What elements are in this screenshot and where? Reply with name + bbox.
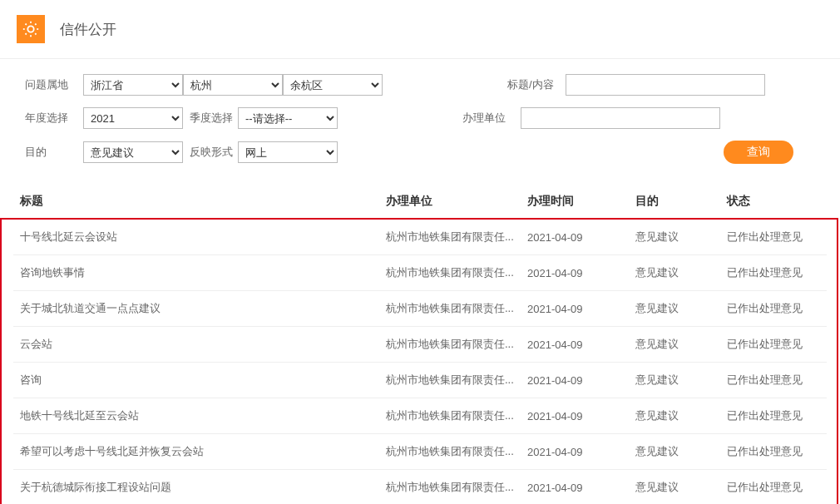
table-header-row: 标题 办理单位 办理时间 目的 状态 (13, 184, 827, 220)
table-row: 十号线北延云会设站杭州市地铁集团有限责任...2021-04-09意见建议已作出… (13, 220, 827, 255)
cell-purpose: 意见建议 (629, 363, 720, 398)
province-select[interactable]: 浙江省 (83, 74, 183, 96)
purpose-select[interactable]: 意见建议 (83, 141, 183, 163)
cell-purpose: 意见建议 (629, 220, 720, 255)
cell-title: 咨询地铁事情 (13, 255, 379, 291)
year-label: 年度选择 (25, 111, 83, 126)
title-content-input[interactable] (566, 74, 765, 96)
page-title: 信件公开 (60, 20, 116, 39)
filter-panel: 问题属地 浙江省 杭州 余杭区 标题/内容 年度选择 2021 季度选择 --请… (0, 59, 840, 184)
cell-purpose: 意见建议 (629, 291, 720, 327)
cell-status: 已作出处理意见 (720, 363, 827, 398)
cell-status: 已作出处理意见 (720, 434, 827, 470)
table-row: 希望可以考虑十号线北延并恢复云会站杭州市地铁集团有限责任...2021-04-0… (13, 434, 827, 470)
row-title-link[interactable]: 关于杭德城际衔接工程设站问题 (20, 481, 171, 493)
cell-unit: 杭州市地铁集团有限责任... (379, 327, 521, 363)
page-header: 信件公开 (0, 0, 840, 59)
row-title-link[interactable]: 关于城北轨道交通一点点建议 (20, 302, 161, 314)
cell-purpose: 意见建议 (629, 255, 720, 291)
row-title-link[interactable]: 咨询地铁事情 (20, 266, 85, 279)
quarter-select[interactable]: --请选择-- (238, 107, 338, 129)
cell-time: 2021-04-09 (521, 327, 629, 363)
purpose-label: 目的 (25, 145, 83, 160)
cell-title: 云会站 (13, 327, 379, 363)
cell-title: 地铁十号线北延至云会站 (13, 398, 379, 434)
cell-unit: 杭州市地铁集团有限责任... (379, 434, 521, 470)
svg-line-3 (26, 24, 27, 25)
cell-time: 2021-04-09 (521, 434, 629, 470)
year-select[interactable]: 2021 (83, 107, 183, 129)
cell-purpose: 意见建议 (629, 470, 720, 505)
region-label: 问题属地 (25, 77, 83, 92)
unit-input[interactable] (521, 107, 720, 129)
cell-time: 2021-04-09 (521, 470, 629, 505)
cell-time: 2021-04-09 (521, 363, 629, 398)
cell-purpose: 意见建议 (629, 327, 720, 363)
form-label: 反映形式 (190, 145, 233, 160)
col-unit: 办理单位 (379, 184, 521, 220)
cell-status: 已作出处理意见 (720, 220, 827, 255)
col-title: 标题 (13, 184, 379, 220)
table-row: 咨询地铁事情杭州市地铁集团有限责任...2021-04-09意见建议已作出处理意… (13, 255, 827, 291)
sun-icon (17, 15, 45, 43)
form-select[interactable]: 网上 (238, 141, 338, 163)
results-table: 标题 办理单位 办理时间 目的 状态 十号线北延云会设站杭州市地铁集团有限责任.… (13, 184, 827, 504)
svg-line-7 (26, 33, 27, 34)
cell-title: 关于杭德城际衔接工程设站问题 (13, 470, 379, 505)
cell-status: 已作出处理意见 (720, 470, 827, 505)
row-title-link[interactable]: 云会站 (20, 338, 52, 350)
cell-status: 已作出处理意见 (720, 255, 827, 291)
svg-line-4 (35, 33, 36, 34)
cell-status: 已作出处理意见 (720, 327, 827, 363)
search-button[interactable]: 查询 (724, 141, 793, 164)
col-time: 办理时间 (521, 184, 629, 220)
cell-purpose: 意见建议 (629, 434, 720, 470)
cell-unit: 杭州市地铁集团有限责任... (379, 291, 521, 327)
table-row: 云会站杭州市地铁集团有限责任...2021-04-09意见建议已作出处理意见 (13, 327, 827, 363)
row-title-link[interactable]: 咨询 (20, 373, 42, 386)
table-row: 咨询杭州市地铁集团有限责任...2021-04-09意见建议已作出处理意见 (13, 363, 827, 398)
col-status: 状态 (720, 184, 827, 220)
svg-line-8 (35, 24, 36, 25)
cell-title: 十号线北延云会设站 (13, 220, 379, 255)
cell-purpose: 意见建议 (629, 398, 720, 434)
row-title-link[interactable]: 地铁十号线北延至云会站 (20, 409, 139, 422)
col-purpose: 目的 (629, 184, 720, 220)
cell-unit: 杭州市地铁集团有限责任... (379, 398, 521, 434)
cell-time: 2021-04-09 (521, 398, 629, 434)
table-row: 地铁十号线北延至云会站杭州市地铁集团有限责任...2021-04-09意见建议已… (13, 398, 827, 434)
quarter-label: 季度选择 (190, 111, 233, 126)
svg-point-0 (27, 26, 33, 32)
cell-status: 已作出处理意见 (720, 398, 827, 434)
cell-time: 2021-04-09 (521, 220, 629, 255)
cell-unit: 杭州市地铁集团有限责任... (379, 363, 521, 398)
title-content-label: 标题/内容 (507, 77, 566, 92)
cell-title: 希望可以考虑十号线北延并恢复云会站 (13, 434, 379, 470)
cell-unit: 杭州市地铁集团有限责任... (379, 255, 521, 291)
table-row: 关于城北轨道交通一点点建议杭州市地铁集团有限责任...2021-04-09意见建… (13, 291, 827, 327)
unit-label: 办理单位 (462, 111, 521, 126)
cell-unit: 杭州市地铁集团有限责任... (379, 470, 521, 505)
cell-time: 2021-04-09 (521, 291, 629, 327)
cell-title: 关于城北轨道交通一点点建议 (13, 291, 379, 327)
cell-title: 咨询 (13, 363, 379, 398)
table-row: 关于杭德城际衔接工程设站问题杭州市地铁集团有限责任...2021-04-09意见… (13, 470, 827, 505)
row-title-link[interactable]: 希望可以考虑十号线北延并恢复云会站 (20, 445, 204, 457)
cell-status: 已作出处理意见 (720, 291, 827, 327)
table-wrap: 标题 办理单位 办理时间 目的 状态 十号线北延云会设站杭州市地铁集团有限责任.… (0, 184, 840, 504)
cell-time: 2021-04-09 (521, 255, 629, 291)
district-select[interactable]: 余杭区 (283, 74, 383, 96)
cell-unit: 杭州市地铁集团有限责任... (379, 220, 521, 255)
city-select[interactable]: 杭州 (183, 74, 283, 96)
row-title-link[interactable]: 十号线北延云会设站 (20, 230, 117, 243)
